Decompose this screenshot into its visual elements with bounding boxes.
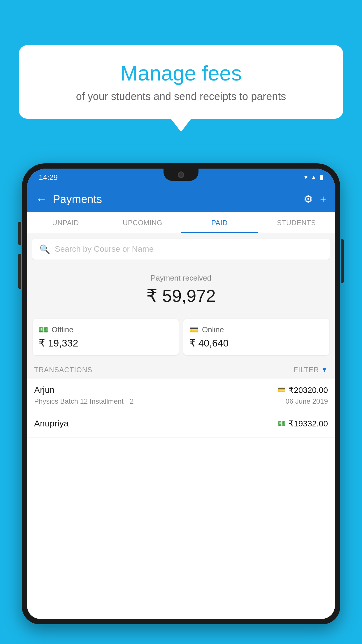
offline-label: Offline [52,325,73,334]
transaction-item-anupriya[interactable]: Anupriya 💵 ₹19332.00 [27,412,335,438]
signal-icon: ▲ [310,174,317,181]
add-icon[interactable]: + [320,193,326,205]
transactions-header: TRANSACTIONS FILTER ▼ [27,361,335,379]
phone-outer: 14:29 ▾ ▲ ▮ ← Payments ⚙ + UNPAID [22,163,340,624]
phone-screen: 14:29 ▾ ▲ ▮ ← Payments ⚙ + UNPAID [27,169,335,619]
online-card: 💳 Online ₹ 40,640 [183,319,329,355]
transaction-item-arjun[interactable]: Arjun 💳 ₹20320.00 Physics Batch 12 Insta… [27,379,335,412]
search-bar[interactable]: 🔍 Search by Course or Name [32,239,330,260]
transaction-row1-2: Anupriya 💵 ₹19332.00 [34,419,328,428]
transaction-date-1: 06 June 2019 [286,397,328,405]
phone-side-btn-power [341,239,344,283]
tabs-bar: UNPAID UPCOMING PAID STUDENTS [27,212,335,233]
phone-wrapper: 14:29 ▾ ▲ ▮ ← Payments ⚙ + UNPAID [22,163,340,644]
transaction-amount-row-2: 💵 ₹19332.00 [278,419,328,428]
transaction-row2: Physics Batch 12 Installment - 2 06 June… [34,397,328,405]
phone-side-btn-vol-down [18,254,21,289]
speech-bubble-title: Manage fees [36,61,326,85]
speech-bubble: Manage fees of your students and send re… [19,45,343,119]
transactions-label: TRANSACTIONS [34,366,92,374]
speech-bubble-container: Manage fees of your students and send re… [19,45,343,132]
page-title: Payments [53,193,303,206]
offline-amount: ₹ 19,332 [39,337,173,349]
nav-icons: ⚙ + [303,193,326,205]
payment-total-amount: ₹ 59,972 [33,286,329,306]
online-card-header: 💳 Online [189,325,323,334]
transaction-amount-row-1: 💳 ₹20320.00 [278,385,328,395]
payment-received-section: Payment received ₹ 59,972 [27,265,335,319]
tab-students[interactable]: STUDENTS [258,212,335,233]
filter-button[interactable]: FILTER ▼ [294,366,328,374]
phone-notch [164,169,198,181]
online-amount: ₹ 40,640 [189,337,323,349]
filter-icon: ▼ [321,366,328,374]
phone-side-btn-vol-up [18,222,21,245]
speech-bubble-arrow [171,119,191,132]
search-icon: 🔍 [39,244,50,254]
tab-upcoming[interactable]: UPCOMING [104,212,181,233]
payment-type-icon-1: 💳 [278,386,286,394]
transaction-name-2: Anupriya [34,419,68,428]
transaction-amount-1: ₹20320.00 [289,385,328,395]
card-icon: 💳 [189,325,198,334]
status-icons: ▾ ▲ ▮ [304,174,323,181]
back-button[interactable]: ← [36,193,47,206]
status-time: 14:29 [39,173,58,182]
content-area: 🔍 Search by Course or Name Payment recei… [27,233,335,438]
payment-cards: 💵 Offline ₹ 19,332 💳 Online ₹ 40,640 [27,319,335,361]
speech-bubble-subtitle: of your students and send receipts to pa… [36,90,326,103]
transaction-amount-2: ₹19332.00 [289,419,328,428]
wifi-icon: ▾ [304,174,307,181]
search-input[interactable]: Search by Course or Name [55,244,154,254]
transaction-row1: Arjun 💳 ₹20320.00 [34,385,328,395]
payment-received-label: Payment received [33,274,329,283]
settings-icon[interactable]: ⚙ [303,193,313,205]
battery-icon: ▮ [320,174,323,181]
offline-card-header: 💵 Offline [39,325,173,334]
transaction-name-1: Arjun [34,385,55,395]
transaction-course-1: Physics Batch 12 Installment - 2 [34,397,133,405]
offline-card: 💵 Offline ₹ 19,332 [33,319,179,355]
top-nav: ← Payments ⚙ + [27,186,335,212]
cash-icon: 💵 [39,325,48,334]
tab-paid[interactable]: PAID [181,212,258,233]
payment-type-icon-2: 💵 [278,420,286,427]
online-label: Online [202,325,224,334]
tab-unpaid[interactable]: UNPAID [27,212,104,233]
front-camera [178,172,184,178]
